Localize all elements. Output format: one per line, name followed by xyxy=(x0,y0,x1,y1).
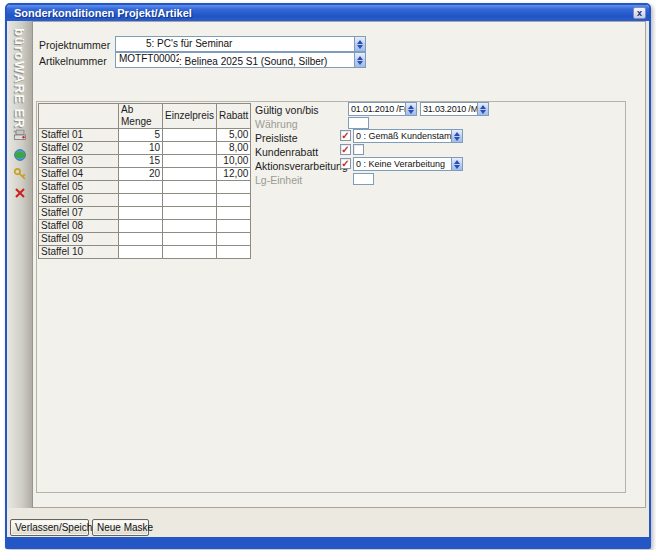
row-label: Staffel 08 xyxy=(39,220,119,233)
aktionsverarbeitung-value: 0 : Keine Verarbeitung xyxy=(354,158,451,170)
check-icon: ✓ xyxy=(341,159,350,168)
projektnummer-select[interactable]: 5: PC's für Seminar xyxy=(115,36,366,52)
waehrung-label: Währung xyxy=(255,118,298,130)
menge-cell[interactable]: 15 xyxy=(119,155,163,168)
row-label: Staffel 03 xyxy=(39,155,119,168)
sidebar: büroWARE ERP xyxy=(7,21,33,508)
key-icon[interactable] xyxy=(13,167,27,181)
row-label: Staffel 05 xyxy=(39,181,119,194)
gueltig-von-value: 01.01.2010 /Fr xyxy=(349,103,405,115)
globe-icon[interactable] xyxy=(13,148,27,162)
row-label: Staffel 06 xyxy=(39,194,119,207)
lg-einheit-input[interactable] xyxy=(353,173,374,185)
spinner-icon[interactable] xyxy=(354,53,365,67)
client-area: büroWARE ERP Projektnummer xyxy=(7,21,649,537)
table-row: Staffel 07 xyxy=(39,207,251,220)
spinner-icon[interactable] xyxy=(354,37,365,51)
menge-cell[interactable]: 5 xyxy=(119,129,163,142)
artikelnummer-value: MOTFT00002: Belinea 2025 S1 (Sound, Silb… xyxy=(116,53,354,68)
printer-icon[interactable] xyxy=(13,129,27,143)
spinner-icon[interactable] xyxy=(477,103,488,115)
dialog-window: Sonderkonditionen Projekt/Artikel x büro… xyxy=(5,3,651,549)
neue-maske-button[interactable]: Neue Maske xyxy=(92,519,149,536)
preis-cell[interactable] xyxy=(163,207,217,220)
artikel-code: MOTFT00002 xyxy=(119,53,179,65)
table-row: Staffel 05 xyxy=(39,181,251,194)
projektnummer-label: Projektnummer xyxy=(39,39,110,51)
preis-cell[interactable] xyxy=(163,220,217,233)
rabatt-cell[interactable]: 12,00 xyxy=(216,168,250,181)
verlassen-speichern-button[interactable]: Verlassen/Speichern xyxy=(10,519,89,536)
menge-cell[interactable]: 10 xyxy=(119,142,163,155)
artikelnummer-label: Artikelnummer xyxy=(39,55,107,67)
preisliste-value: 0 : Gemäß Kundenstamm xyxy=(354,130,451,142)
aktionsverarbeitung-checkbox[interactable]: ✓ xyxy=(340,158,351,169)
gueltig-von-field[interactable]: 01.01.2010 /Fr xyxy=(348,102,417,116)
row-label: Staffel 04 xyxy=(39,168,119,181)
aktionsverarbeitung-select[interactable]: 0 : Keine Verarbeitung xyxy=(353,157,463,171)
header-einzelpreis: Einzelpreis xyxy=(163,104,217,129)
artikelnummer-select[interactable]: MOTFT00002: Belinea 2025 S1 (Sound, Silb… xyxy=(115,52,366,68)
header-empty xyxy=(39,104,119,129)
row-label: Staffel 07 xyxy=(39,207,119,220)
window-title: Sonderkonditionen Projekt/Artikel xyxy=(14,5,633,21)
spinner-icon[interactable] xyxy=(451,130,462,142)
titlebar[interactable]: Sonderkonditionen Projekt/Artikel x xyxy=(7,5,649,21)
header-rabatt: Rabatt xyxy=(216,104,250,129)
delete-icon[interactable] xyxy=(13,186,27,200)
kundenrabatt-checkbox[interactable]: ✓ xyxy=(340,144,351,155)
preis-cell[interactable] xyxy=(163,233,217,246)
menge-cell[interactable] xyxy=(119,181,163,194)
menge-cell[interactable] xyxy=(119,194,163,207)
rabatt-cell[interactable]: 8,00 xyxy=(216,142,250,155)
gueltig-bis-field[interactable]: 31.03.2010 /Mi xyxy=(420,102,489,116)
aktionsverarbeitung-label: Aktionsverarbeitung xyxy=(255,160,348,172)
preis-cell[interactable] xyxy=(163,181,217,194)
menge-cell[interactable] xyxy=(119,220,163,233)
gueltig-label: Gültig von/bis xyxy=(255,104,319,116)
preis-cell[interactable] xyxy=(163,194,217,207)
kundenrabatt-checkbox-2[interactable] xyxy=(353,144,364,155)
menge-cell[interactable] xyxy=(119,207,163,220)
row-label: Staffel 09 xyxy=(39,233,119,246)
close-icon[interactable]: x xyxy=(633,7,646,19)
rabatt-cell[interactable] xyxy=(216,220,250,233)
preisliste-label: Preisliste xyxy=(255,132,298,144)
preisliste-checkbox[interactable]: ✓ xyxy=(340,130,351,141)
table-header-row: Ab Menge Einzelpreis Rabatt xyxy=(39,104,251,129)
rabatt-cell[interactable] xyxy=(216,233,250,246)
projektnummer-value: 5: PC's für Seminar xyxy=(116,38,354,50)
waehrung-input[interactable] xyxy=(348,117,369,129)
artikel-desc: : Belinea 2025 S1 (Sound, Silber) xyxy=(179,56,327,67)
spinner-icon[interactable] xyxy=(405,103,416,115)
row-label: Staffel 02 xyxy=(39,142,119,155)
table-row: Staffel 09 xyxy=(39,233,251,246)
rabatt-cell[interactable]: 10,00 xyxy=(216,155,250,168)
menge-cell[interactable] xyxy=(119,233,163,246)
rabatt-cell[interactable] xyxy=(216,207,250,220)
sidebar-toolbar xyxy=(13,129,27,200)
form-area: Projektnummer 5: PC's für Seminar Artike… xyxy=(33,21,646,508)
preis-cell[interactable] xyxy=(163,129,217,142)
rabatt-cell[interactable] xyxy=(216,246,250,259)
preis-cell[interactable] xyxy=(163,168,217,181)
rabatt-cell[interactable]: 5,00 xyxy=(216,129,250,142)
preis-cell[interactable] xyxy=(163,155,217,168)
row-label: Staffel 01 xyxy=(39,129,119,142)
preisliste-select[interactable]: 0 : Gemäß Kundenstamm xyxy=(353,129,463,143)
kundenrabatt-label: Kundenrabatt xyxy=(255,146,318,158)
menge-cell[interactable] xyxy=(119,246,163,259)
check-icon: ✓ xyxy=(341,145,350,154)
spinner-icon[interactable] xyxy=(451,158,462,170)
menge-cell[interactable]: 20 xyxy=(119,168,163,181)
table-row: Staffel 01 5 5,00 xyxy=(39,129,251,142)
rabatt-cell[interactable] xyxy=(216,194,250,207)
header-ab-menge: Ab Menge xyxy=(119,104,163,129)
preis-cell[interactable] xyxy=(163,142,217,155)
table-row: Staffel 08 xyxy=(39,220,251,233)
preis-cell[interactable] xyxy=(163,246,217,259)
rabatt-cell[interactable] xyxy=(216,181,250,194)
row-label: Staffel 10 xyxy=(39,246,119,259)
check-icon: ✓ xyxy=(341,131,350,140)
brand-vertical-label: büroWARE ERP xyxy=(12,28,27,138)
